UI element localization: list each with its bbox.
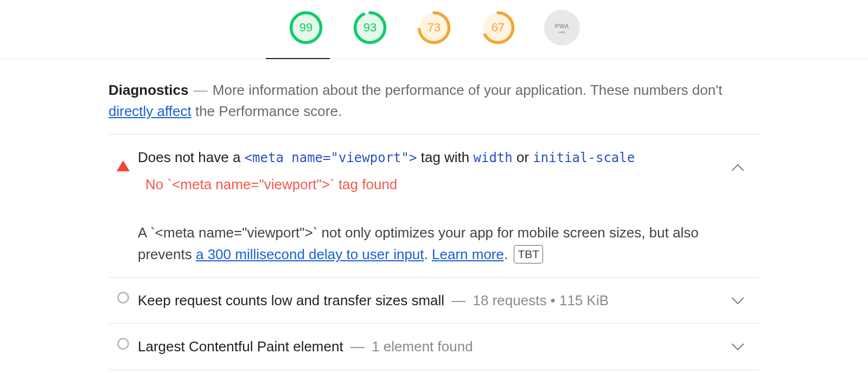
audit-request-counts-title: Keep request counts low and transfer siz…: [138, 292, 444, 308]
neutral-ring-icon: [117, 338, 129, 350]
score-gauges-bar: 99 93 73: [0, 0, 868, 59]
audit-request-counts-toggle[interactable]: Keep request counts low and transfer siz…: [108, 278, 760, 323]
diagnostics-header: Diagnostics — More information about the…: [108, 80, 760, 134]
score-gauge-performance[interactable]: 99: [288, 10, 324, 46]
audit-viewport-description: A `<meta name="viewport">` not only opti…: [138, 222, 727, 266]
fail-triangle-icon: [117, 160, 130, 171]
link-300ms-delay[interactable]: a 300 millisecond delay to user input: [196, 246, 424, 262]
chevron-down-icon: [732, 292, 744, 305]
audit-viewport-title: Does not have a <meta name="viewport"> t…: [138, 146, 727, 168]
diagnostics-link-directly-affect[interactable]: directly affect: [108, 103, 192, 119]
score-gauge-seo[interactable]: 67: [480, 10, 516, 46]
audit-viewport-toggle[interactable]: Does not have a <meta name="viewport"> t…: [108, 134, 760, 277]
active-tab-underline: [266, 58, 330, 59]
pwa-label: PWA: [555, 23, 570, 29]
diagnostics-title: Diagnostics: [108, 82, 188, 98]
diagnostics-desc-prefix: More information about the performance o…: [213, 82, 723, 98]
audit-viewport: Does not have a <meta name="viewport"> t…: [108, 134, 760, 278]
chevron-up-icon: [732, 164, 744, 177]
audit-viewport-subtext: No `<meta name="viewport">` tag found: [145, 173, 727, 195]
audit-lcp-element: Largest Contentful Paint element — 1 ele…: [108, 324, 760, 370]
audit-request-counts-meta: 18 requests • 115 KiB: [473, 292, 609, 308]
pwa-dash-icon: [558, 31, 566, 33]
tbt-badge: TBT: [514, 245, 543, 264]
score-value: 73: [416, 10, 452, 46]
diagnostics-desc-suffix: the Performance score.: [195, 103, 342, 119]
score-value: 99: [288, 10, 324, 46]
score-gauge-best-practices[interactable]: 73: [416, 10, 452, 46]
link-learn-more[interactable]: Learn more: [432, 246, 504, 262]
audit-lcp-element-meta: 1 element found: [372, 338, 473, 355]
score-value: 67: [480, 10, 516, 46]
audit-lcp-element-title: Largest Contentful Paint element: [138, 338, 343, 355]
chevron-down-icon: [732, 338, 744, 351]
score-value: 93: [352, 10, 388, 46]
score-gauge-accessibility[interactable]: 93: [352, 10, 388, 46]
neutral-ring-icon: [117, 292, 129, 304]
score-gauge-pwa[interactable]: PWA: [544, 10, 580, 46]
audit-lcp-element-toggle[interactable]: Largest Contentful Paint element — 1 ele…: [108, 324, 760, 369]
audit-request-counts: Keep request counts low and transfer siz…: [108, 278, 760, 324]
